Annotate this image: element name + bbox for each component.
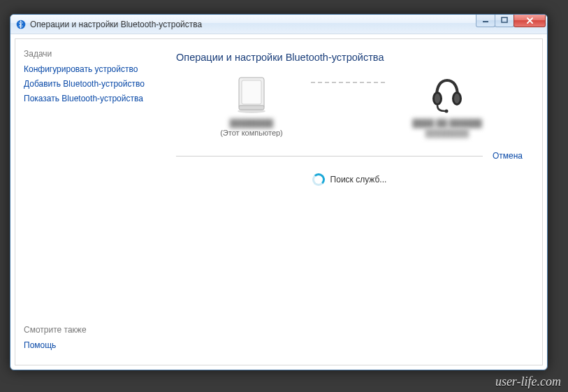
cancel-link[interactable]: Отмена bbox=[493, 151, 523, 161]
headset-sub-blurred: ████████ bbox=[425, 129, 469, 137]
close-button[interactable] bbox=[514, 14, 546, 27]
headset-icon bbox=[428, 75, 467, 115]
page-title: Операции и настройки Bluetooth-устройств… bbox=[176, 52, 523, 63]
svg-point-11 bbox=[445, 110, 449, 113]
tasks-heading: Задачи bbox=[24, 49, 154, 59]
separator-line bbox=[176, 156, 483, 157]
status-row: Поиск служб... bbox=[176, 173, 523, 186]
spinner-icon bbox=[312, 173, 325, 186]
titlebar[interactable]: Операции и настройки Bluetooth-устройств… bbox=[10, 15, 547, 34]
minimize-button[interactable] bbox=[476, 14, 495, 27]
svg-point-8 bbox=[435, 94, 440, 103]
window-content: Задачи Конфигурировать устройство Добави… bbox=[15, 38, 543, 365]
sidebar-link-help[interactable]: Помощь bbox=[24, 340, 154, 350]
device-pairing-row: ████████ (Этот компьютер) bbox=[176, 75, 523, 137]
window-controls bbox=[476, 14, 546, 27]
sidebar-link-add[interactable]: Добавить Bluetooth-устройство bbox=[24, 79, 154, 89]
status-text: Поиск служб... bbox=[330, 175, 387, 184]
bluetooth-icon bbox=[16, 20, 26, 29]
maximize-button[interactable] bbox=[495, 14, 514, 27]
sidebar-link-configure[interactable]: Конфигурировать устройство bbox=[24, 64, 154, 74]
device-this-computer: ████████ (Этот компьютер) bbox=[192, 75, 311, 137]
sidebar: Задачи Конфигурировать устройство Добави… bbox=[15, 39, 162, 365]
svg-rect-1 bbox=[483, 21, 488, 22]
svg-rect-4 bbox=[242, 80, 261, 104]
sidebar-link-show[interactable]: Показать Bluetooth-устройства bbox=[24, 94, 154, 103]
watermark: user-life.com bbox=[495, 375, 561, 389]
svg-rect-6 bbox=[239, 106, 264, 110]
desktop-background: Операции и настройки Bluetooth-устройств… bbox=[0, 0, 568, 392]
window-title: Операции и настройки Bluetooth-устройств… bbox=[30, 20, 544, 29]
svg-point-10 bbox=[454, 94, 460, 103]
main-panel: Операции и настройки Bluetooth-устройств… bbox=[162, 39, 542, 365]
computer-icon bbox=[232, 75, 271, 115]
headset-name-blurred: ████ ██ ██████ bbox=[412, 119, 482, 127]
device-headset: ████ ██ ██████ ████████ bbox=[388, 75, 507, 137]
computer-name-blurred: ████████ bbox=[230, 119, 273, 127]
separator-row: Отмена bbox=[176, 151, 523, 161]
this-computer-label: (Этот компьютер) bbox=[220, 129, 283, 137]
connection-line bbox=[311, 82, 388, 83]
see-also-heading: Смотрите также bbox=[24, 325, 154, 335]
bluetooth-settings-window: Операции и настройки Bluetooth-устройств… bbox=[10, 14, 548, 370]
svg-rect-2 bbox=[502, 17, 507, 22]
